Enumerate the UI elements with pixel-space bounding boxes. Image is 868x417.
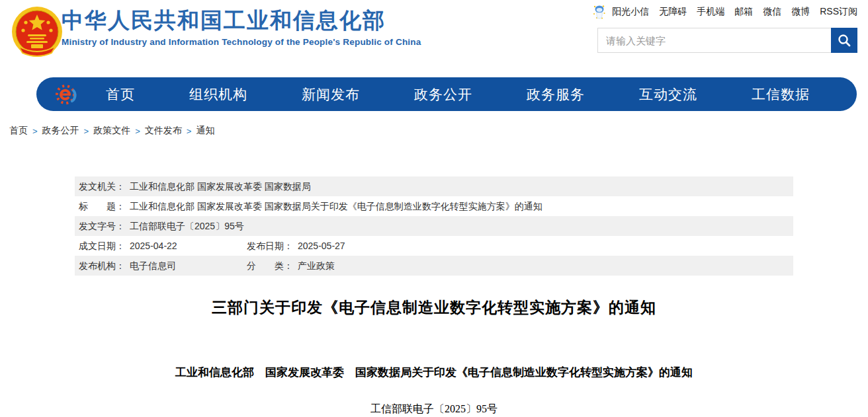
quick-link-weibo[interactable]: 微博: [791, 6, 810, 18]
meta-value: 工业和信息化部 国家发展改革委 国家数据局: [130, 181, 311, 192]
meta-label: 发布机构：: [79, 260, 125, 271]
meta-row-publisher-category: 发布机构：电子信息司 分 类：产业政策: [75, 256, 793, 276]
meta-row-title: 标 题：工业和信息化部 国家发展改革委 国家数据局关于印发《电子信息制造业数字化…: [75, 196, 793, 216]
site-subtitle: Ministry of Industry and Information Tec…: [62, 37, 421, 47]
breadcrumb-notice[interactable]: 通知: [196, 125, 214, 137]
nav-item-miit-data[interactable]: 工信数据: [752, 85, 810, 104]
meta-value: 电子信息司: [130, 260, 176, 271]
nav-items: 首页 组织机构 新闻发布 政务公开 政务服务 互动交流 工信数据: [79, 85, 837, 104]
quick-link-wechat[interactable]: 微信: [763, 6, 781, 18]
meta-label: 发布日期：: [247, 241, 293, 251]
national-emblem-icon: [9, 5, 65, 61]
breadcrumb-document-release[interactable]: 文件发布: [145, 125, 182, 137]
meta-value: 工业和信息化部 国家发展改革委 国家数据局关于印发《电子信息制造业数字化转型实施…: [130, 201, 542, 211]
quick-links: 阳光小信 无障碍 手机端 邮箱 微信 微博 RSS订阅: [593, 5, 857, 19]
meta-label: 成文日期：: [79, 241, 125, 251]
meta-label: 分 类：: [247, 260, 293, 271]
meta-row-doc-number: 发文字号：工信部联电子〔2025〕95号: [75, 216, 793, 236]
meta-label: 发文字号：: [79, 221, 125, 231]
meta-value: 2025-04-22: [130, 241, 177, 251]
nav-item-organization[interactable]: 组织机构: [189, 85, 247, 104]
site-title: 中华人民共和国工业和信息化部: [62, 6, 421, 35]
document-meta-table: 发文机关：工业和信息化部 国家发展改革委 国家数据局 标 题：工业和信息化部 国…: [75, 176, 793, 276]
search-button[interactable]: [831, 28, 857, 53]
breadcrumb-separator: >: [32, 126, 38, 136]
meta-row-dates: 成文日期：2025-04-22 发布日期：2025-05-27: [75, 236, 793, 256]
article-title: 三部门关于印发《电子信息制造业数字化转型实施方案》的通知: [0, 297, 868, 318]
quick-link-rss[interactable]: RSS订阅: [820, 6, 857, 18]
breadcrumb-separator: >: [135, 126, 140, 136]
meta-value: 工信部联电子〔2025〕95号: [130, 221, 244, 231]
main-navbar: 首页 组织机构 新闻发布 政务公开 政务服务 互动交流 工信数据: [36, 77, 857, 111]
breadcrumb-home[interactable]: 首页: [9, 125, 28, 137]
nav-item-home[interactable]: 首页: [106, 85, 135, 104]
breadcrumb-gov-disclosure[interactable]: 政务公开: [42, 125, 79, 137]
site-title-block: 中华人民共和国工业和信息化部 Ministry of Industry and …: [62, 6, 421, 47]
site-header: 中华人民共和国工业和信息化部 Ministry of Industry and …: [0, 0, 868, 73]
search-bar: [597, 28, 857, 53]
meta-value: 2025-05-27: [298, 241, 345, 251]
meta-row-issuing-agency: 发文机关：工业和信息化部 国家发展改革委 国家数据局: [75, 176, 793, 196]
mascot-robot-icon: [593, 5, 606, 19]
meta-label: 发文机关：: [79, 181, 125, 192]
quick-link-sunshine-xiaoxin[interactable]: 阳光小信: [612, 6, 649, 18]
breadcrumb-separator: >: [187, 126, 192, 136]
nav-item-interaction[interactable]: 互动交流: [639, 85, 697, 104]
article-doc-number: 工信部联电子〔2025〕95号: [0, 402, 868, 416]
meta-label: 标 题：: [79, 201, 125, 211]
breadcrumb: 首页 > 政务公开 > 政策文件 > 文件发布 > 通知: [9, 125, 214, 137]
miit-logo-icon: [54, 82, 79, 107]
article-subtitle: 工业和信息化部 国家发展改革委 国家数据局关于印发《电子信息制造业数字化转型实施…: [0, 365, 868, 380]
quick-link-accessibility[interactable]: 无障碍: [659, 6, 687, 18]
nav-item-news[interactable]: 新闻发布: [302, 85, 360, 104]
breadcrumb-separator: >: [84, 126, 89, 136]
quick-link-mail[interactable]: 邮箱: [734, 6, 753, 18]
breadcrumb-policy-documents[interactable]: 政策文件: [93, 125, 130, 137]
quick-link-mobile[interactable]: 手机端: [697, 6, 724, 18]
search-input[interactable]: [597, 28, 831, 53]
nav-item-gov-services[interactable]: 政务服务: [527, 85, 585, 104]
meta-value: 产业政策: [298, 260, 335, 271]
nav-item-gov-disclosure[interactable]: 政务公开: [414, 85, 472, 104]
search-icon: [837, 33, 851, 48]
